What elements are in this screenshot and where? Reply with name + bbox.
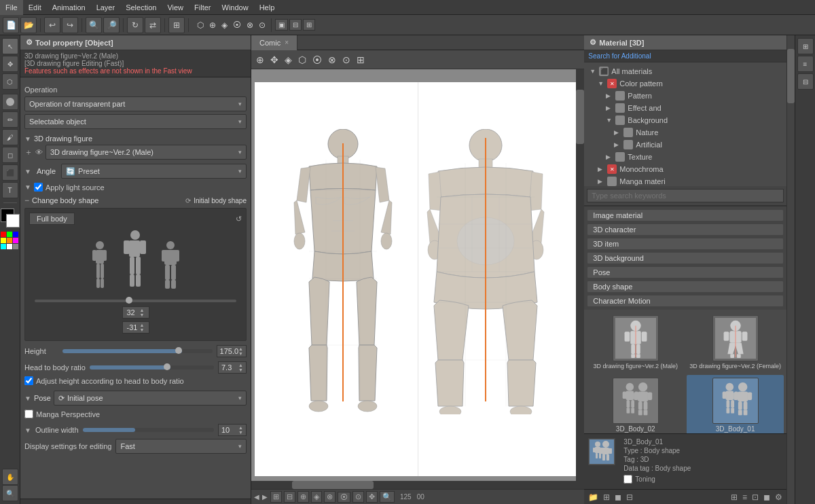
- spinner-up-2[interactable]: ▲: [140, 323, 145, 327]
- background-expand[interactable]: ▼: [606, 117, 613, 124]
- tool-select[interactable]: ↖: [2, 38, 18, 54]
- toolbar-redo[interactable]: ↪: [62, 17, 78, 33]
- palette-red[interactable]: [1, 232, 6, 237]
- canvas-tool-4[interactable]: ⬡: [296, 52, 308, 67]
- material-settings[interactable]: ⚙: [774, 491, 784, 503]
- canvas-vscroll-thumb[interactable]: [576, 90, 584, 144]
- body-slider-track[interactable]: [35, 300, 236, 302]
- nav-left-btn[interactable]: ◀: [254, 493, 259, 501]
- tree-effect[interactable]: ▶ Effect and: [587, 102, 784, 114]
- menu-help[interactable]: Help: [254, 0, 280, 15]
- material-size-small[interactable]: ⊡: [750, 491, 760, 503]
- angle-dropdown[interactable]: 🔄 Preset ▾: [61, 164, 247, 179]
- menu-layer[interactable]: Layer: [91, 0, 121, 15]
- tool-brush[interactable]: 🖌: [2, 129, 18, 145]
- head-body-thumb[interactable]: [164, 363, 170, 370]
- palette-cyan[interactable]: [1, 244, 6, 249]
- tree-background[interactable]: ▼ Background: [587, 114, 784, 126]
- filter-body-shape[interactable]: Body shape: [587, 281, 784, 293]
- right-tool-3[interactable]: ⊟: [797, 73, 814, 90]
- canvas-hscroll[interactable]: [251, 481, 576, 489]
- tree-nature[interactable]: ▶ Nature: [587, 126, 784, 139]
- angle-expand[interactable]: ▼: [24, 168, 31, 175]
- height-down[interactable]: ▼: [238, 351, 243, 356]
- tool-eyedropper[interactable]: [2, 94, 18, 110]
- search-input[interactable]: [587, 189, 784, 202]
- material-btn-2[interactable]: ⊞: [602, 491, 611, 503]
- material-view-list[interactable]: ≡: [741, 491, 748, 503]
- head-body-down[interactable]: ▼: [238, 367, 243, 372]
- nav-icon-5[interactable]: ⊗: [244, 20, 255, 30]
- toolbar-zoom-out[interactable]: 🔎: [103, 17, 120, 33]
- toolbar-undo[interactable]: ↩: [44, 17, 60, 33]
- material-btn-4[interactable]: ⊟: [625, 491, 634, 503]
- head-body-slider[interactable]: [90, 365, 214, 370]
- monochrome-expand[interactable]: ▶: [598, 166, 604, 173]
- tool-eraser[interactable]: ◻: [2, 147, 18, 163]
- foreground-color-swatch[interactable]: [1, 209, 20, 228]
- selectable-object-dropdown[interactable]: Selectable object ▾: [24, 114, 247, 129]
- tree-color-pattern[interactable]: ▼ ✕ Color pattern: [587, 77, 784, 90]
- bottom-icon-7[interactable]: ⊙: [352, 491, 364, 503]
- nav-icon-2[interactable]: ⊕: [207, 20, 218, 30]
- outline-spinner[interactable]: 10 ▲ ▼: [218, 424, 247, 436]
- tree-manga-material[interactable]: ▶ Manga materi: [587, 175, 784, 186]
- adjust-height-checkbox[interactable]: [24, 376, 33, 385]
- canvas-tab-comic[interactable]: Comic ×: [251, 35, 297, 50]
- tree-pattern[interactable]: ▶ Pattern: [587, 90, 784, 102]
- right-panel-scroll[interactable]: [786, 35, 795, 504]
- color-pattern-expand[interactable]: ▼: [598, 80, 604, 87]
- artificial-expand[interactable]: ▶: [614, 141, 621, 148]
- panel-resize-handle[interactable]: [20, 499, 251, 504]
- material-size-large[interactable]: ◼: [762, 491, 772, 503]
- canvas-hscroll-thumb[interactable]: [292, 481, 374, 489]
- toolbar-rotate[interactable]: ↻: [127, 17, 143, 33]
- palette-white[interactable]: [7, 244, 12, 249]
- outline-up[interactable]: ▲: [238, 425, 243, 430]
- head-body-up[interactable]: ▲: [238, 363, 243, 367]
- pose-expand[interactable]: ▼: [24, 395, 31, 402]
- nav-icon-1[interactable]: ⬡: [195, 20, 206, 30]
- bottom-icon-8[interactable]: ✥: [366, 491, 378, 503]
- tree-texture[interactable]: ▶ Texture: [587, 151, 784, 163]
- bottom-icon-3[interactable]: ⊕: [297, 491, 309, 503]
- view-btn-3[interactable]: ⊞: [303, 19, 315, 31]
- spinner-down-1[interactable]: ▼: [140, 312, 145, 317]
- height-slider[interactable]: [62, 349, 213, 353]
- canvas-tool-3[interactable]: ◈: [283, 52, 294, 67]
- outline-expand[interactable]: ▼: [24, 427, 31, 434]
- tab-close[interactable]: ×: [285, 39, 289, 46]
- filter-pose[interactable]: Pose: [587, 266, 784, 278]
- toolbar-new[interactable]: 📄: [3, 17, 19, 33]
- toolbar-flip[interactable]: ⇄: [145, 17, 161, 33]
- bottom-icon-9[interactable]: 🔍: [380, 491, 395, 503]
- body-shape-minus[interactable]: −: [24, 196, 29, 205]
- palette-gray[interactable]: [13, 244, 18, 249]
- filter-3d-background[interactable]: 3D background: [587, 252, 784, 264]
- effect-expand[interactable]: ▶: [606, 105, 613, 111]
- palette-orange[interactable]: [7, 238, 12, 243]
- filter-3d-item[interactable]: 3D item: [587, 238, 784, 250]
- canvas-tool-6[interactable]: ⊗: [326, 52, 338, 67]
- height-thumb[interactable]: [175, 347, 182, 354]
- tool-move[interactable]: ✥: [2, 56, 18, 72]
- operation-dropdown[interactable]: Operation of transparent part ▾: [24, 96, 247, 111]
- material-view-grid[interactable]: ⊞: [729, 491, 739, 503]
- pose-dropdown[interactable]: ⟳ Initial pose ▾: [54, 391, 247, 406]
- toning-checkbox[interactable]: [623, 475, 632, 484]
- tool-pen[interactable]: ✏: [2, 111, 18, 128]
- body-slider-thumb[interactable]: [126, 297, 132, 304]
- filter-image[interactable]: Image material: [587, 209, 784, 221]
- view-btn-1[interactable]: ▣: [275, 19, 288, 31]
- manga-material-expand[interactable]: ▶: [598, 178, 604, 185]
- apply-light-checkbox[interactable]: [34, 183, 43, 192]
- nature-expand[interactable]: ▶: [614, 129, 621, 136]
- palette-blue[interactable]: [13, 232, 18, 237]
- outline-down[interactable]: ▼: [238, 430, 243, 435]
- outline-value-spinner[interactable]: ▲ ▼: [238, 425, 243, 435]
- figure-add-icon[interactable]: ＋: [24, 147, 33, 158]
- bottom-icon-2[interactable]: ⊟: [284, 491, 295, 503]
- menu-selection[interactable]: Selection: [120, 0, 162, 15]
- toolbar-open[interactable]: 📂: [20, 17, 37, 33]
- display-dropdown[interactable]: Fast ▾: [115, 439, 247, 454]
